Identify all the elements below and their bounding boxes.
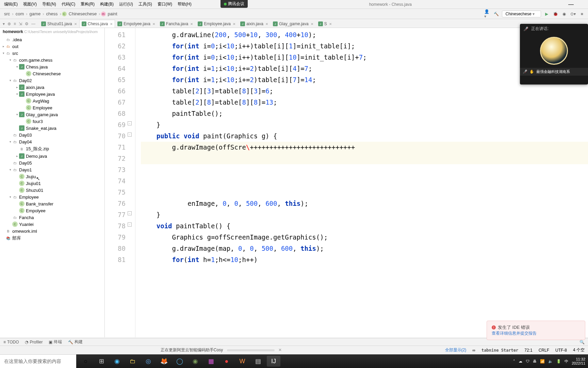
tree-four3[interactable]: Cfour3 bbox=[0, 118, 104, 125]
tree-empolyee[interactable]: CEmpolyee bbox=[0, 207, 104, 214]
tab-close-icon[interactable]: ✕ bbox=[329, 22, 332, 26]
menu-help[interactable]: 帮助(H) bbox=[175, 0, 194, 8]
tree-employee-java[interactable]: ▾JEmployee.java bbox=[0, 91, 104, 97]
tool-profiler[interactable]: ◔ Profiler bbox=[25, 340, 43, 344]
tree-out[interactable]: ▸🗀out bbox=[0, 43, 104, 50]
tree-glay_game-java[interactable]: ▾JGlay_game.java bbox=[0, 111, 104, 118]
tree-avgwag[interactable]: CAvgWag bbox=[0, 97, 104, 104]
tb-record-icon[interactable]: ● bbox=[220, 356, 233, 367]
hand-icon[interactable]: ✋ bbox=[529, 70, 534, 74]
tree-yuanlei[interactable]: CYuanlei bbox=[0, 221, 104, 228]
tree-src[interactable]: ▾🗀src bbox=[0, 50, 104, 57]
tree-demo-java[interactable]: ▸JDemo.java bbox=[0, 153, 104, 159]
crumb-src[interactable]: src bbox=[3, 11, 11, 16]
menu-edit[interactable]: 编辑(E) bbox=[1, 0, 20, 8]
tree-15_-zip[interactable]: 🗎15_陈众.zip bbox=[0, 145, 104, 153]
status-showall[interactable]: 全部显示(2) bbox=[445, 347, 467, 353]
tb-firefox-icon[interactable]: 🦊 bbox=[157, 356, 171, 367]
tb-cortana-icon[interactable]: ○ bbox=[79, 356, 93, 367]
tree-employee[interactable]: ▾🗀Employee bbox=[0, 194, 104, 200]
menu-refactor[interactable]: 重构(R) bbox=[78, 0, 97, 8]
tree-chess-java[interactable]: ▾JChess.java bbox=[0, 63, 104, 70]
status-spaces[interactable]: 4 个空 bbox=[573, 347, 585, 353]
debug-icon[interactable]: 🐞 bbox=[552, 11, 559, 17]
tab-glay_game-java[interactable]: JGlay_game.java✕ bbox=[271, 20, 316, 28]
status-crlf[interactable]: CRLF bbox=[539, 348, 549, 353]
tree-snake_eat-java[interactable]: JSnake_eat.java bbox=[0, 125, 104, 132]
fold-icon[interactable]: − bbox=[128, 133, 132, 137]
tree-day05[interactable]: 🗀Day05 bbox=[0, 159, 104, 166]
menu-code[interactable]: 代码(C) bbox=[59, 0, 78, 8]
run-config-select[interactable]: Chinesechese ▾ bbox=[502, 11, 541, 17]
tb-taskview-icon[interactable]: ⊞ bbox=[95, 356, 108, 367]
tree-jiujiu01[interactable]: CJiujiu01 bbox=[0, 180, 104, 187]
tool-build[interactable]: 🔨 构建 bbox=[68, 339, 83, 345]
tab-employee-java[interactable]: JEmployee.java✕ bbox=[195, 20, 238, 28]
fold-icon[interactable]: − bbox=[128, 223, 132, 227]
tb-obs-icon[interactable]: ◎ bbox=[142, 356, 155, 367]
tree-com-game-chess[interactable]: ▾🗀com.game.chess bbox=[0, 57, 104, 63]
tab-fancha-java[interactable]: JFancha.java✕ bbox=[158, 20, 195, 28]
tab-target-icon[interactable]: ⊕ bbox=[7, 21, 11, 26]
windows-search[interactable]: 在这里输入你要搜索的内容 bbox=[0, 354, 76, 368]
tb-notes-icon[interactable]: ▤ bbox=[251, 356, 265, 367]
tree-dayo1[interactable]: ▾🗀Dayo1 bbox=[0, 166, 104, 173]
tb-app1-icon[interactable]: ◯ bbox=[173, 356, 186, 367]
menu-run[interactable]: 运行(U) bbox=[116, 0, 136, 8]
tab-dropdown-icon[interactable]: ▾ bbox=[3, 21, 5, 26]
crumb-game[interactable]: game bbox=[28, 11, 42, 16]
window-minimize[interactable]: — bbox=[564, 1, 578, 7]
tree-employee[interactable]: CEmployee bbox=[0, 104, 104, 111]
tab-collapse-icon[interactable]: ⇲ bbox=[19, 21, 22, 26]
project-pane[interactable]: homework C:\Users\Tencen univseity\IdeaP… bbox=[0, 28, 105, 337]
tab-hide-icon[interactable]: — bbox=[31, 21, 35, 26]
tabnine-label[interactable]: tabnine Starter bbox=[481, 348, 518, 353]
tab-shuzu01-java[interactable]: JShuzu01.java✕ bbox=[39, 20, 79, 28]
crumb-com[interactable]: com bbox=[14, 11, 26, 16]
tb-ide-icon[interactable]: IJ bbox=[267, 356, 280, 367]
tb-wps-icon[interactable]: W bbox=[235, 356, 249, 367]
tb-sys-safe-icon[interactable]: 🛡 bbox=[526, 359, 529, 363]
tool-todo[interactable]: ≡ TODO bbox=[3, 340, 19, 344]
tabnine-icon[interactable]: ∞ bbox=[472, 348, 475, 353]
run-icon[interactable]: ▶ bbox=[543, 11, 550, 17]
fold-icon[interactable]: − bbox=[128, 121, 132, 125]
mic-muted-icon[interactable]: 🎤̸ bbox=[523, 27, 528, 31]
tb-app3-icon[interactable]: ▦ bbox=[204, 356, 218, 367]
coverage-icon[interactable]: ◉ bbox=[561, 11, 568, 17]
tree--idea[interactable]: 🗀.idea bbox=[0, 36, 104, 43]
menu-navigate[interactable]: 导航(N) bbox=[39, 0, 59, 8]
tb-sys-wifi-icon[interactable]: 📶 bbox=[540, 359, 545, 364]
tab-empolyee-java[interactable]: JEmpolyee.java✕ bbox=[115, 20, 158, 28]
video-panel[interactable]: 🎤̸ 正在讲话: 🎤̸ ✋ 最强金融科技湖南系 bbox=[520, 24, 588, 85]
tab-expand-icon[interactable]: ≡ bbox=[14, 21, 16, 26]
tab-gear-icon[interactable]: ⚙ bbox=[25, 21, 29, 26]
tb-edge-icon[interactable]: ◉ bbox=[110, 356, 124, 367]
tree-omework-iml[interactable]: 🗎omework.iml bbox=[0, 228, 104, 234]
stop-icon[interactable]: ■ bbox=[578, 11, 585, 17]
status-pos[interactable]: 72:1 bbox=[524, 348, 532, 353]
tree-bank_transfer[interactable]: CBank_transfer bbox=[0, 200, 104, 207]
tb-clock[interactable]: 11:32 2022/11 bbox=[572, 357, 585, 365]
fold-icon[interactable]: − bbox=[128, 211, 132, 215]
build-icon[interactable]: 🔨 bbox=[493, 11, 500, 17]
tb-explorer-icon[interactable]: 🗀 bbox=[126, 356, 140, 367]
tb-sys-vol-icon[interactable]: 🔈 bbox=[548, 359, 553, 364]
error-link[interactable]: 查看详细信息并提交报告 bbox=[492, 331, 537, 336]
tree-day02[interactable]: ▾🗀Day02 bbox=[0, 77, 104, 84]
menu-window[interactable]: 窗口(W) bbox=[155, 0, 175, 8]
menu-view[interactable]: 视图(V) bbox=[20, 0, 39, 8]
tab-close-icon[interactable]: ✕ bbox=[190, 22, 193, 26]
meeting-badge[interactable]: 腾讯会议 bbox=[220, 0, 248, 8]
status-enc[interactable]: UTF-8 bbox=[555, 348, 567, 353]
tab-aixin-java[interactable]: Jaixin.java✕ bbox=[238, 20, 271, 28]
people-icon[interactable]: 👤▾ bbox=[484, 11, 491, 17]
tab-close-icon[interactable]: ✕ bbox=[233, 22, 235, 26]
tb-sys-print-icon[interactable]: 🖶 bbox=[533, 359, 537, 363]
tree-day04[interactable]: ▾🗀Day04 bbox=[0, 138, 104, 145]
tb-sys-bat-icon[interactable]: 🔋 bbox=[556, 359, 561, 364]
crumb-chess[interactable]: chess bbox=[45, 11, 59, 16]
tab-chess-java[interactable]: JChess.java✕ bbox=[79, 20, 115, 28]
tool-search[interactable]: 🔍 bbox=[579, 340, 585, 344]
tb-app2-icon[interactable]: ◉ bbox=[189, 356, 202, 367]
